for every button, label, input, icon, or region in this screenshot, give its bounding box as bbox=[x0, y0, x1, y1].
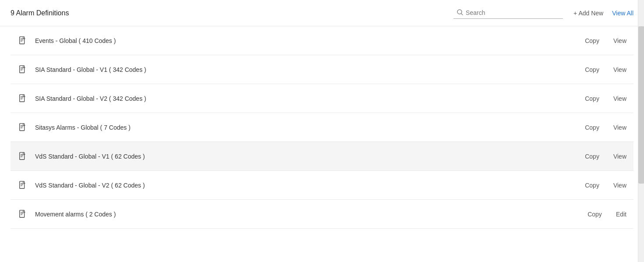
edit-button[interactable]: Edit bbox=[616, 209, 626, 220]
item-name: Sitasys Alarms - Global ( 7 Codes ) bbox=[35, 124, 585, 131]
item-name: SIA Standard - Global - V1 ( 342 Codes ) bbox=[35, 66, 585, 73]
item-actions: CopyView bbox=[585, 93, 626, 104]
svg-rect-2 bbox=[20, 36, 25, 43]
item-name: Events - Global ( 410 Codes ) bbox=[35, 37, 585, 44]
copy-button[interactable]: Copy bbox=[585, 93, 599, 104]
item-actions: CopyView bbox=[585, 151, 626, 162]
list-item: VdS Standard - Global - V2 ( 62 Codes )C… bbox=[11, 171, 633, 200]
document-icon bbox=[18, 180, 28, 191]
list-item: VdS Standard - Global - V1 ( 62 Codes )C… bbox=[11, 142, 633, 171]
svg-rect-26 bbox=[20, 210, 25, 217]
copy-button[interactable]: Copy bbox=[585, 122, 599, 133]
item-actions: CopyView bbox=[585, 180, 626, 191]
view-button[interactable]: View bbox=[613, 93, 626, 104]
item-actions: CopyEdit bbox=[587, 209, 626, 220]
page-title: 9 Alarm Definitions bbox=[11, 9, 69, 17]
search-input[interactable] bbox=[466, 9, 545, 16]
item-name: Movement alarms ( 2 Codes ) bbox=[35, 211, 587, 218]
list-item: Events - Global ( 410 Codes )CopyView bbox=[11, 26, 633, 55]
view-button[interactable]: View bbox=[613, 151, 626, 162]
document-icon bbox=[18, 64, 28, 75]
copy-button[interactable]: Copy bbox=[585, 35, 599, 46]
document-icon bbox=[18, 209, 28, 220]
scrollbar[interactable] bbox=[638, 0, 644, 262]
item-actions: CopyView bbox=[585, 64, 626, 75]
list-item: SIA Standard - Global - V1 ( 342 Codes )… bbox=[11, 55, 633, 84]
scrollbar-thumb[interactable] bbox=[638, 26, 644, 184]
list-item: SIA Standard - Global - V2 ( 342 Codes )… bbox=[11, 84, 633, 113]
view-all-button[interactable]: View All bbox=[612, 10, 633, 17]
svg-line-1 bbox=[461, 14, 463, 15]
svg-rect-18 bbox=[20, 152, 25, 159]
item-actions: CopyView bbox=[585, 35, 626, 46]
copy-button[interactable]: Copy bbox=[585, 151, 599, 162]
list-item: Movement alarms ( 2 Codes )CopyEdit bbox=[11, 200, 633, 229]
document-icon bbox=[18, 151, 28, 162]
list-item: Sitasys Alarms - Global ( 7 Codes )CopyV… bbox=[11, 113, 633, 142]
copy-button[interactable]: Copy bbox=[585, 64, 599, 75]
svg-rect-10 bbox=[20, 94, 25, 101]
item-name: VdS Standard - Global - V1 ( 62 Codes ) bbox=[35, 153, 585, 160]
copy-button[interactable]: Copy bbox=[587, 209, 602, 220]
page-header: 9 Alarm Definitions + Add New View All bbox=[0, 0, 644, 26]
svg-rect-6 bbox=[20, 65, 25, 72]
copy-button[interactable]: Copy bbox=[585, 180, 599, 191]
view-button[interactable]: View bbox=[613, 122, 626, 133]
item-name: SIA Standard - Global - V2 ( 342 Codes ) bbox=[35, 95, 585, 102]
svg-rect-22 bbox=[20, 181, 25, 188]
document-icon bbox=[18, 35, 28, 46]
document-icon bbox=[18, 122, 28, 133]
item-name: VdS Standard - Global - V2 ( 62 Codes ) bbox=[35, 182, 585, 189]
view-button[interactable]: View bbox=[613, 35, 626, 46]
svg-rect-14 bbox=[20, 123, 25, 130]
document-icon bbox=[18, 93, 28, 104]
search-container[interactable] bbox=[453, 7, 563, 19]
add-new-button[interactable]: + Add New bbox=[573, 10, 603, 17]
search-icon bbox=[457, 9, 463, 17]
item-actions: CopyView bbox=[585, 122, 626, 133]
view-button[interactable]: View bbox=[613, 64, 626, 75]
view-button[interactable]: View bbox=[613, 180, 626, 191]
alarm-definitions-list: Events - Global ( 410 Codes )CopyView SI… bbox=[0, 26, 644, 229]
